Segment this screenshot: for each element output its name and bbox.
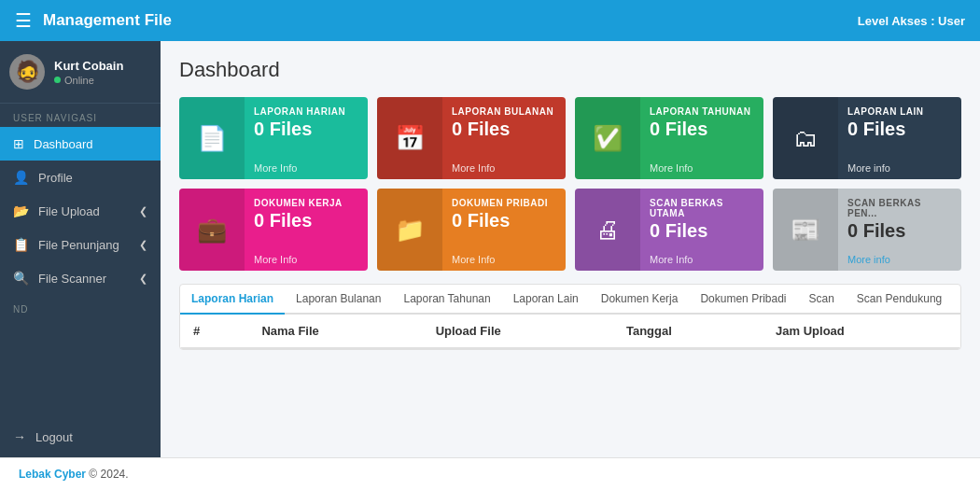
card-more[interactable]: More info	[847, 254, 952, 265]
col-jam-upload: Jam Upload	[763, 315, 960, 348]
chevron-right-icon: ❮	[139, 273, 147, 285]
card-label: LAPORAN TAHUNAN	[650, 106, 754, 117]
tab-laporan-harian[interactable]: Laporan Harian	[180, 285, 285, 315]
app-title: Management File	[43, 11, 172, 30]
card-laporan-bulanan[interactable]: 📅 LAPORAN BULANAN 0 Files More Info	[377, 97, 566, 179]
col-tanggal: Tanggal	[613, 315, 763, 348]
card-count: 0 Files	[650, 220, 754, 242]
card-count: 0 Files	[254, 210, 358, 231]
tab-scan-pendukung[interactable]: Scan Pendukung	[846, 285, 953, 315]
card-laporan-harian[interactable]: 📄 LAPORAN HARIAN 0 Files More Info	[179, 97, 368, 179]
user-status: Online	[54, 75, 123, 86]
card-more[interactable]: More Info	[254, 254, 358, 265]
avatar: 🧔	[9, 54, 45, 90]
page-title: Dashboard	[179, 58, 961, 82]
card-content: SCAN BERKAS UTAMA 0 Files More Info	[640, 189, 763, 271]
card-content: LAPORAN HARIAN 0 Files More Info	[245, 97, 368, 179]
card-label: LAPORAN LAIN	[847, 106, 952, 117]
card-icon: 📄	[179, 97, 245, 179]
card-content: DOKUMEN KERJA 0 Files More Info	[245, 189, 368, 271]
card-content: DOKUMEN PRIBADI 0 Files More Info	[442, 189, 566, 271]
file-scanner-icon: 🔍	[13, 271, 29, 286]
card-scan-berkas-pen[interactable]: 📰 SCAN BERKAS PEN... 0 Files More info	[773, 189, 961, 271]
level-access: Level Akses : User	[858, 14, 965, 28]
card-scan-berkas-utama[interactable]: 🖨 SCAN BERKAS UTAMA 0 Files More Info	[575, 189, 763, 271]
file-penunjang-icon: 📋	[13, 237, 29, 252]
tab-laporan-lain[interactable]: Laporan Lain	[502, 285, 590, 315]
sidebar: 🧔 Kurt Cobain Online USER NAVIGASI ⊞ Das…	[0, 41, 161, 457]
sidebar-item-dashboard[interactable]: ⊞ Dashboard	[0, 127, 161, 161]
nd-label: ND	[0, 295, 161, 318]
tab-scan[interactable]: Scan	[797, 285, 845, 315]
tab-dokumen-kerja[interactable]: Dokumen Kerja	[590, 285, 690, 315]
card-label: LAPORAN HARIAN	[254, 106, 358, 117]
card-label: DOKUMEN PRIBADI	[452, 198, 556, 208]
status-dot	[54, 77, 61, 83]
topnav: ☰ Management File Level Akses : User	[0, 0, 980, 41]
card-count: 0 Files	[254, 119, 358, 140]
chevron-right-icon: ❮	[139, 239, 147, 251]
col-number: #	[180, 315, 248, 348]
card-label: SCAN BERKAS UTAMA	[650, 198, 754, 218]
card-content: LAPORAN BULANAN 0 Files More Info	[442, 97, 566, 179]
card-icon: 🗂	[773, 97, 838, 179]
col-nama-file: Nama File	[248, 315, 422, 348]
sidebar-item-label: Logout	[35, 430, 73, 444]
table-area: Laporan Harian Laporan Bulanan Laporan T…	[179, 284, 961, 350]
sidebar-item-label: Dashboard	[34, 137, 93, 151]
sidebar-user: 🧔 Kurt Cobain Online	[0, 41, 161, 104]
card-count: 0 Files	[847, 220, 952, 242]
card-laporan-tahunan[interactable]: ✅ LAPORAN TAHUNAN 0 Files More Info	[575, 97, 763, 179]
footer: Lebak Cyber © 2024.	[0, 457, 980, 490]
card-icon: 📁	[377, 189, 442, 271]
sidebar-item-file-scanner[interactable]: 🔍 File Scanner ❮	[0, 261, 161, 295]
card-content: SCAN BERKAS PEN... 0 Files More info	[838, 189, 961, 271]
card-laporan-lain[interactable]: 🗂 LAPORAN LAIN 0 Files More info	[773, 97, 961, 179]
logout-icon: →	[13, 429, 26, 444]
sidebar-item-profile[interactable]: 👤 Profile	[0, 161, 161, 194]
card-more[interactable]: More info	[847, 162, 952, 174]
sidebar-item-file-upload[interactable]: 📂 File Upload ❮	[0, 194, 161, 228]
card-icon: 📰	[773, 189, 838, 271]
data-table: # Nama File Upload File Tanggal Jam Uplo…	[180, 315, 960, 349]
sidebar-item-label: Profile	[38, 171, 73, 185]
card-icon: 🖨	[575, 189, 640, 271]
hamburger-icon[interactable]: ☰	[15, 9, 32, 32]
card-content: LAPORAN TAHUNAN 0 Files More Info	[640, 97, 763, 179]
card-icon: 💼	[179, 189, 245, 271]
main-content: Dashboard 📄 LAPORAN HARIAN 0 Files More …	[161, 41, 980, 457]
card-more[interactable]: More Info	[452, 162, 556, 174]
profile-icon: 👤	[13, 170, 29, 185]
card-more[interactable]: More Info	[650, 254, 754, 265]
tab-laporan-tahunan[interactable]: Laporan Tahunan	[392, 285, 501, 315]
card-dokumen-kerja[interactable]: 💼 DOKUMEN KERJA 0 Files More Info	[179, 189, 368, 271]
card-icon: ✅	[575, 97, 640, 179]
card-more[interactable]: More Info	[650, 162, 754, 174]
sidebar-item-label: File Scanner	[38, 272, 106, 286]
chevron-right-icon: ❮	[139, 205, 147, 217]
sidebar-item-logout[interactable]: → Logout	[0, 420, 161, 454]
card-count: 0 Files	[847, 119, 952, 140]
user-name: Kurt Cobain	[54, 59, 123, 73]
tabs-bar: Laporan Harian Laporan Bulanan Laporan T…	[180, 285, 960, 315]
card-dokumen-pribadi[interactable]: 📁 DOKUMEN PRIBADI 0 Files More Info	[377, 189, 566, 271]
dashboard-icon: ⊞	[13, 136, 24, 151]
card-icon: 📅	[377, 97, 442, 179]
tab-dokumen-pribadi[interactable]: Dokumen Pribadi	[689, 285, 797, 315]
nav-section-label: USER NAVIGASI	[0, 104, 161, 127]
card-more[interactable]: More Info	[254, 162, 358, 174]
card-count: 0 Files	[650, 119, 754, 140]
card-content: LAPORAN LAIN 0 Files More info	[838, 97, 961, 179]
card-count: 0 Files	[452, 210, 556, 231]
sidebar-bottom: → Logout	[0, 420, 161, 457]
card-more[interactable]: More Info	[452, 254, 556, 265]
col-upload-file: Upload File	[423, 315, 613, 348]
sidebar-item-label: File Upload	[38, 204, 100, 218]
tab-laporan-bulanan[interactable]: Laporan Bulanan	[285, 285, 392, 315]
card-label: LAPORAN BULANAN	[452, 106, 556, 117]
sidebar-item-file-penunjang[interactable]: 📋 File Penunjang ❮	[0, 228, 161, 261]
cards-grid: 📄 LAPORAN HARIAN 0 Files More Info 📅 LAP…	[179, 97, 961, 271]
card-label: SCAN BERKAS PEN...	[847, 198, 952, 218]
footer-brand[interactable]: Lebak Cyber	[19, 468, 86, 481]
card-count: 0 Files	[452, 119, 556, 140]
